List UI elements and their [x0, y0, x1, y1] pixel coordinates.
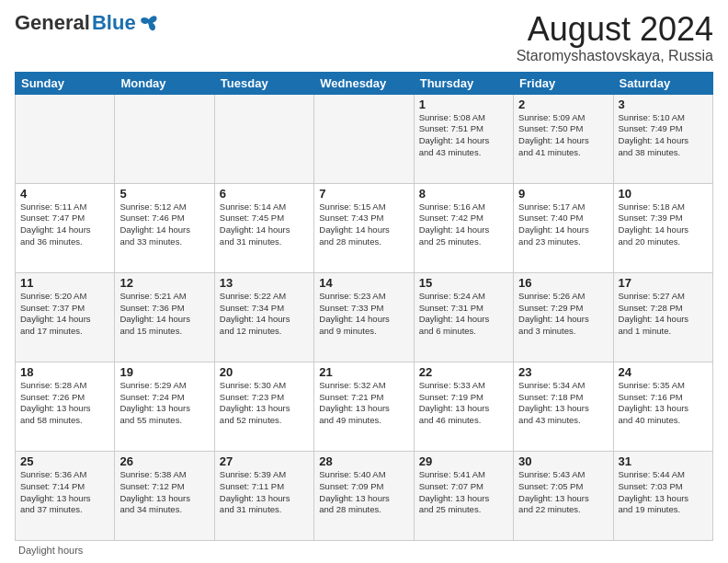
page: General Blue August 2024 Staromyshastovs… [0, 0, 728, 563]
calendar-day-cell: 18Sunrise: 5:28 AM Sunset: 7:26 PM Dayli… [16, 362, 115, 451]
logo-general-text: General [15, 11, 90, 35]
day-number: 13 [220, 276, 309, 290]
day-info: Sunrise: 5:20 AM Sunset: 7:37 PM Dayligh… [20, 291, 109, 338]
day-number: 31 [619, 454, 708, 468]
day-number: 7 [319, 187, 408, 201]
day-number: 6 [220, 187, 309, 201]
day-number: 28 [319, 454, 408, 468]
day-of-week-header: Monday [115, 72, 214, 94]
calendar-day-cell: 28Sunrise: 5:40 AM Sunset: 7:09 PM Dayli… [314, 451, 414, 540]
logo-bird-icon [140, 15, 160, 31]
calendar-week-row: 4Sunrise: 5:11 AM Sunset: 7:47 PM Daylig… [16, 183, 713, 272]
day-info: Sunrise: 5:11 AM Sunset: 7:47 PM Dayligh… [20, 201, 109, 248]
day-info: Sunrise: 5:40 AM Sunset: 7:09 PM Dayligh… [319, 469, 408, 516]
calendar-day-cell: 4Sunrise: 5:11 AM Sunset: 7:47 PM Daylig… [16, 183, 115, 272]
day-of-week-header: Saturday [613, 72, 712, 94]
day-number: 4 [20, 187, 109, 201]
day-number: 14 [319, 276, 408, 290]
day-info: Sunrise: 5:43 AM Sunset: 7:05 PM Dayligh… [518, 469, 608, 516]
calendar-day-cell: 31Sunrise: 5:44 AM Sunset: 7:03 PM Dayli… [613, 451, 712, 540]
calendar-day-cell: 25Sunrise: 5:36 AM Sunset: 7:14 PM Dayli… [16, 451, 115, 540]
day-info: Sunrise: 5:26 AM Sunset: 7:29 PM Dayligh… [518, 291, 608, 338]
day-info: Sunrise: 5:16 AM Sunset: 7:42 PM Dayligh… [419, 201, 508, 248]
calendar-day-cell: 2Sunrise: 5:09 AM Sunset: 7:50 PM Daylig… [514, 94, 613, 183]
day-number: 1 [419, 98, 508, 111]
location-title: Staromyshastovskaya, Russia [517, 48, 713, 64]
calendar-day-cell: 11Sunrise: 5:20 AM Sunset: 7:37 PM Dayli… [16, 272, 115, 362]
calendar-day-cell: 8Sunrise: 5:16 AM Sunset: 7:42 PM Daylig… [414, 183, 513, 272]
day-info: Sunrise: 5:41 AM Sunset: 7:07 PM Dayligh… [419, 469, 508, 516]
calendar-day-cell: 9Sunrise: 5:17 AM Sunset: 7:40 PM Daylig… [514, 183, 613, 272]
calendar-week-row: 11Sunrise: 5:20 AM Sunset: 7:37 PM Dayli… [16, 272, 713, 362]
day-number: 21 [319, 365, 408, 379]
calendar-day-cell [214, 94, 313, 183]
day-number: 11 [20, 276, 109, 290]
calendar-week-row: 18Sunrise: 5:28 AM Sunset: 7:26 PM Dayli… [16, 362, 713, 451]
calendar-day-cell: 16Sunrise: 5:26 AM Sunset: 7:29 PM Dayli… [514, 272, 613, 362]
day-of-week-header: Thursday [414, 72, 513, 94]
footer-note: Daylight hours [15, 545, 713, 556]
logo-blue-text: Blue [92, 11, 136, 35]
calendar-day-cell: 29Sunrise: 5:41 AM Sunset: 7:07 PM Dayli… [414, 451, 513, 540]
day-number: 25 [20, 454, 109, 468]
calendar-day-cell: 13Sunrise: 5:22 AM Sunset: 7:34 PM Dayli… [214, 272, 313, 362]
day-info: Sunrise: 5:12 AM Sunset: 7:46 PM Dayligh… [119, 201, 209, 248]
calendar-day-cell [16, 94, 115, 183]
calendar-day-cell: 24Sunrise: 5:35 AM Sunset: 7:16 PM Dayli… [613, 362, 712, 451]
day-number: 27 [220, 454, 309, 468]
day-info: Sunrise: 5:10 AM Sunset: 7:49 PM Dayligh… [619, 112, 708, 159]
calendar-day-cell: 15Sunrise: 5:24 AM Sunset: 7:31 PM Dayli… [414, 272, 513, 362]
day-number: 30 [518, 454, 608, 468]
day-info: Sunrise: 5:30 AM Sunset: 7:23 PM Dayligh… [220, 380, 309, 427]
day-number: 2 [518, 98, 608, 111]
day-info: Sunrise: 5:36 AM Sunset: 7:14 PM Dayligh… [20, 469, 109, 516]
day-number: 26 [119, 454, 209, 468]
day-of-week-header: Friday [514, 72, 613, 94]
day-info: Sunrise: 5:39 AM Sunset: 7:11 PM Dayligh… [220, 469, 309, 516]
day-number: 24 [619, 365, 708, 379]
calendar-day-cell: 27Sunrise: 5:39 AM Sunset: 7:11 PM Dayli… [214, 451, 313, 540]
day-info: Sunrise: 5:35 AM Sunset: 7:16 PM Dayligh… [619, 380, 708, 427]
day-of-week-header: Wednesday [314, 72, 414, 94]
day-number: 9 [518, 187, 608, 201]
day-info: Sunrise: 5:29 AM Sunset: 7:24 PM Dayligh… [119, 380, 209, 427]
title-block: August 2024 Staromyshastovskaya, Russia [517, 11, 713, 64]
calendar-day-cell: 7Sunrise: 5:15 AM Sunset: 7:43 PM Daylig… [314, 183, 414, 272]
day-info: Sunrise: 5:17 AM Sunset: 7:40 PM Dayligh… [518, 201, 608, 248]
day-number: 29 [419, 454, 508, 468]
day-info: Sunrise: 5:09 AM Sunset: 7:50 PM Dayligh… [518, 112, 608, 159]
calendar-day-cell: 6Sunrise: 5:14 AM Sunset: 7:45 PM Daylig… [214, 183, 313, 272]
calendar-day-cell: 14Sunrise: 5:23 AM Sunset: 7:33 PM Dayli… [314, 272, 414, 362]
day-number: 8 [419, 187, 508, 201]
day-info: Sunrise: 5:14 AM Sunset: 7:45 PM Dayligh… [220, 201, 309, 248]
day-info: Sunrise: 5:18 AM Sunset: 7:39 PM Dayligh… [619, 201, 708, 248]
header-row: SundayMondayTuesdayWednesdayThursdayFrid… [16, 72, 713, 94]
day-info: Sunrise: 5:34 AM Sunset: 7:18 PM Dayligh… [518, 380, 608, 427]
calendar-day-cell: 12Sunrise: 5:21 AM Sunset: 7:36 PM Dayli… [115, 272, 214, 362]
day-info: Sunrise: 5:08 AM Sunset: 7:51 PM Dayligh… [419, 112, 508, 159]
day-number: 16 [518, 276, 608, 290]
day-info: Sunrise: 5:22 AM Sunset: 7:34 PM Dayligh… [220, 291, 309, 338]
day-number: 20 [220, 365, 309, 379]
calendar-day-cell: 5Sunrise: 5:12 AM Sunset: 7:46 PM Daylig… [115, 183, 214, 272]
calendar-day-cell: 23Sunrise: 5:34 AM Sunset: 7:18 PM Dayli… [514, 362, 613, 451]
day-info: Sunrise: 5:21 AM Sunset: 7:36 PM Dayligh… [119, 291, 209, 338]
day-info: Sunrise: 5:33 AM Sunset: 7:19 PM Dayligh… [419, 380, 508, 427]
day-number: 12 [119, 276, 209, 290]
day-number: 5 [119, 187, 209, 201]
calendar-day-cell: 17Sunrise: 5:27 AM Sunset: 7:28 PM Dayli… [613, 272, 712, 362]
calendar-day-cell: 1Sunrise: 5:08 AM Sunset: 7:51 PM Daylig… [414, 94, 513, 183]
calendar-day-cell: 19Sunrise: 5:29 AM Sunset: 7:24 PM Dayli… [115, 362, 214, 451]
calendar-day-cell [314, 94, 414, 183]
day-of-week-header: Tuesday [214, 72, 313, 94]
calendar-day-cell: 22Sunrise: 5:33 AM Sunset: 7:19 PM Dayli… [414, 362, 513, 451]
header: General Blue August 2024 Staromyshastovs… [15, 11, 713, 64]
day-info: Sunrise: 5:15 AM Sunset: 7:43 PM Dayligh… [319, 201, 408, 248]
logo: General Blue [15, 11, 160, 35]
day-info: Sunrise: 5:28 AM Sunset: 7:26 PM Dayligh… [20, 380, 109, 427]
day-number: 19 [119, 365, 209, 379]
day-number: 18 [20, 365, 109, 379]
calendar-week-row: 25Sunrise: 5:36 AM Sunset: 7:14 PM Dayli… [16, 451, 713, 540]
day-number: 22 [419, 365, 508, 379]
day-number: 23 [518, 365, 608, 379]
